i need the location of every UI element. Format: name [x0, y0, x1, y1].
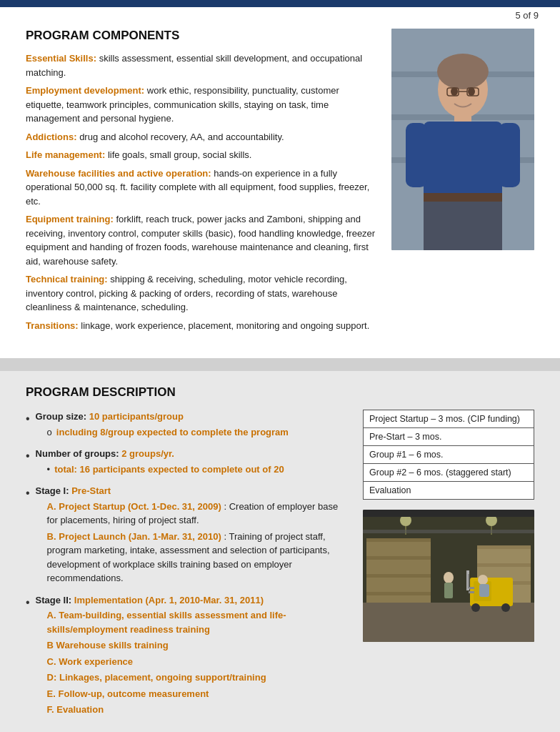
- label-stage-2: Stage II:: [36, 595, 74, 605]
- bullet-dot-2: •: [26, 447, 30, 465]
- svg-rect-12: [424, 202, 502, 250]
- sub-item-group-size-1: o including 8/group expected to complete…: [47, 425, 289, 440]
- bullet-group-size-content: Group size: 10 participants/group o incl…: [36, 410, 289, 441]
- stage-1-a-label: A. Project Startup (Oct. 1-Dec. 31, 2009…: [47, 501, 221, 512]
- svg-rect-27: [477, 563, 531, 567]
- timeline-row-1: Project Startup – 3 mos. (CIP funding): [364, 410, 534, 428]
- text-life-management: life goals, small group, social skills.: [108, 149, 252, 160]
- timeline-row-4: Group #2 – 6 mos. (staggered start): [364, 464, 534, 482]
- svg-point-14: [468, 87, 475, 96]
- desc-left: • Group size: 10 participants/group o in…: [26, 410, 349, 725]
- sub-list-num-groups: • total: 16 participants expected to com…: [36, 463, 284, 477]
- label-essential-skills: Essential Skills:: [26, 53, 96, 64]
- label-group-size: Group size:: [36, 411, 89, 422]
- warehouse-photo-svg: [363, 510, 534, 642]
- label-equipment-training: Equipment training:: [26, 214, 114, 224]
- timeline-cell-5: Evaluation: [364, 482, 534, 500]
- sub-stage-2-c: C. Work experience: [47, 655, 349, 669]
- svg-rect-9: [406, 123, 427, 187]
- label-transitions: Transitions:: [26, 320, 79, 331]
- stage-2-b: B Warehouse skills training: [47, 638, 169, 653]
- text-transitions: linkage, work experience, placement, mon…: [81, 320, 369, 331]
- desc-layout: • Group size: 10 participants/group o in…: [26, 410, 534, 725]
- stage-1-b-label: B. Project Launch (Jan. 1-Mar. 31, 2010): [47, 531, 221, 542]
- item-employment-dev: Employment development: work ethic, resp…: [26, 84, 377, 126]
- timeline-cell-2: Pre-Start – 3 mos.: [364, 428, 534, 446]
- value-stage-2: Implementation (Apr. 1, 2010-Mar. 31, 20…: [74, 595, 264, 605]
- timeline-row-3: Group #1 – 6 mos.: [364, 446, 534, 464]
- warehouse-photo: [363, 510, 534, 642]
- svg-point-13: [451, 87, 458, 96]
- person-photo-svg: [391, 29, 534, 250]
- timeline-table: Project Startup – 3 mos. (CIP funding) P…: [363, 410, 534, 500]
- sub-stage-2-f: F. Evaluation: [47, 703, 349, 717]
- bullet-dot-1: •: [26, 410, 30, 427]
- timeline-row-5: Evaluation: [364, 482, 534, 500]
- sub-stage-2-e: E. Follow-up, outcome measurement: [47, 687, 349, 701]
- svg-rect-23: [366, 574, 431, 578]
- program-description-section: PROGRAM DESCRIPTION • Group size: 10 par…: [0, 371, 560, 732]
- svg-point-37: [478, 575, 488, 585]
- bullet-group-size: • Group size: 10 participants/group o in…: [26, 410, 349, 441]
- sub-text-num-groups: total: 16 participants expected to compl…: [54, 463, 284, 477]
- item-essential-skills: Essential Skills: skills assessment, ess…: [26, 51, 377, 79]
- sub-item-num-groups-1: • total: 16 participants expected to com…: [47, 463, 284, 477]
- bullet-stage-1-content: Stage I: Pre-Start A. Project Startup (O…: [36, 484, 349, 588]
- svg-rect-26: [477, 545, 531, 549]
- stage-2-f: F. Evaluation: [47, 703, 104, 717]
- timeline-row-2: Pre-Start – 3 mos.: [364, 428, 534, 446]
- timeline-cell-3: Group #1 – 6 mos.: [364, 446, 534, 464]
- label-technical-training: Technical training:: [26, 274, 108, 285]
- svg-point-35: [471, 603, 480, 612]
- top-bar: [0, 0, 560, 7]
- svg-rect-10: [499, 123, 520, 187]
- label-life-management: Life management:: [26, 149, 105, 160]
- stage-2-c: C. Work experience: [47, 655, 133, 669]
- bullet-stage-2-content: Stage II: Implementation (Apr. 1, 2010-M…: [36, 593, 349, 719]
- svg-rect-46: [363, 510, 534, 517]
- svg-rect-11: [424, 193, 502, 202]
- label-warehouse-facilities: Warehouse facilities and active operatio…: [26, 168, 211, 179]
- stage-2-e: E. Follow-up, outcome measurement: [47, 687, 209, 701]
- sub-stage-2-b: B Warehouse skills training: [47, 638, 349, 653]
- value-num-groups: 2 groups/yr.: [121, 448, 174, 459]
- svg-rect-38: [479, 584, 489, 597]
- bullet-num-groups: • Number of groups: 2 groups/yr. • total…: [26, 447, 349, 478]
- bullet-list: • Group size: 10 participants/group o in…: [26, 410, 349, 719]
- sub-list-group-size: o including 8/group expected to complete…: [36, 425, 289, 440]
- bullet-dot-3: •: [26, 485, 30, 502]
- sub-stage-1-a-text: A. Project Startup (Oct. 1-Dec. 31, 2009…: [47, 500, 349, 528]
- sub-bullet-o: o: [47, 425, 52, 440]
- person-photo: [391, 29, 534, 250]
- program-components-title: PROGRAM COMPONENTS: [26, 29, 377, 43]
- label-employment-dev: Employment development:: [26, 85, 144, 96]
- desc-right: Project Startup – 3 mos. (CIP funding) P…: [363, 410, 534, 725]
- item-life-management: Life management: life goals, small group…: [26, 148, 377, 162]
- divider: [0, 358, 560, 371]
- sub-stage-2-d: D: Linkages, placement, ongoing support/…: [47, 671, 349, 685]
- sub-list-stage-2: A. Team-building, essential skills asses…: [36, 608, 349, 717]
- timeline-cell-4: Group #2 – 6 mos. (staggered start): [364, 464, 534, 482]
- sub-text-group-size: including 8/group expected to complete t…: [56, 425, 289, 440]
- label-num-groups: Number of groups:: [36, 448, 122, 459]
- item-transitions: Transitions: linkage, work experience, p…: [26, 319, 377, 333]
- sub-stage-2-a: A. Team-building, essential skills asses…: [47, 608, 349, 636]
- bullet-num-groups-content: Number of groups: 2 groups/yr. • total: …: [36, 447, 284, 478]
- bullet-dot-4: •: [26, 594, 30, 611]
- stage-2-a: A. Team-building, essential skills asses…: [47, 608, 349, 636]
- label-stage-1: Stage I:: [36, 485, 72, 496]
- program-components-content: PROGRAM COMPONENTS Essential Skills: ski…: [26, 29, 377, 337]
- svg-rect-45: [363, 530, 534, 533]
- value-group-size: 10 participants/group: [89, 411, 184, 422]
- svg-point-39: [444, 572, 454, 583]
- svg-rect-34: [468, 574, 469, 588]
- sub-stage-1-a: A. Project Startup (Oct. 1-Dec. 31, 2009…: [47, 500, 349, 528]
- stage-2-d: D: Linkages, placement, ongoing support/…: [47, 671, 266, 685]
- bullet-stage-1: • Stage I: Pre-Start A. Project Startup …: [26, 484, 349, 588]
- program-components-section: PROGRAM COMPONENTS Essential Skills: ski…: [0, 7, 560, 351]
- item-technical-training: Technical training: shipping & receiving…: [26, 272, 377, 315]
- sub-stage-1-b: B. Project Launch (Jan. 1-Mar. 31, 2010)…: [47, 530, 349, 585]
- svg-point-6: [437, 54, 489, 89]
- svg-rect-31: [469, 587, 474, 589]
- sub-bullet-dot: •: [47, 463, 51, 477]
